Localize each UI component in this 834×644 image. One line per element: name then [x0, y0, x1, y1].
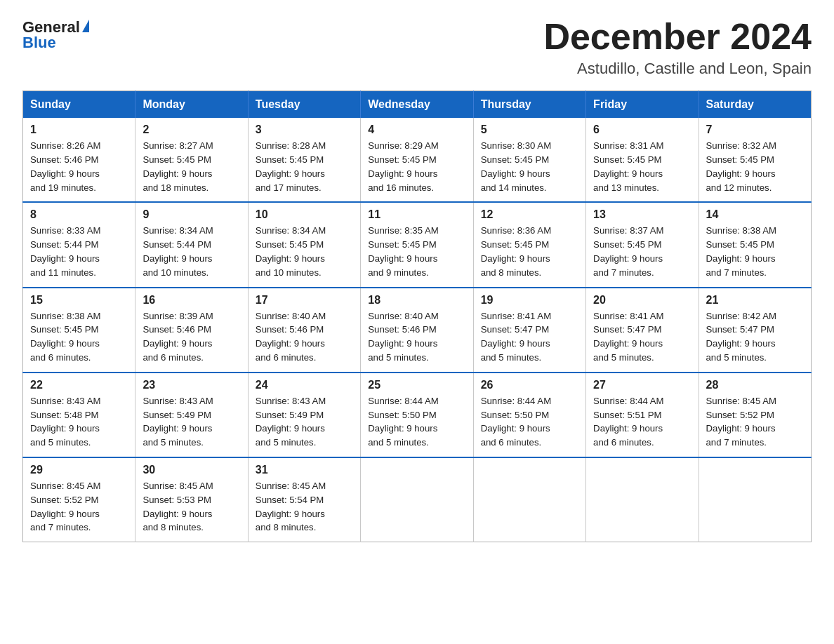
day-info: Sunrise: 8:27 AMSunset: 5:45 PMDaylight:…: [143, 139, 240, 194]
day-info: Sunrise: 8:40 AMSunset: 5:46 PMDaylight:…: [256, 309, 353, 365]
calendar-day-cell: 22Sunrise: 8:43 AMSunset: 5:48 PMDayligh…: [23, 373, 135, 457]
weekday-header-sunday: Sunday: [23, 91, 135, 119]
day-info: Sunrise: 8:37 AMSunset: 5:45 PMDaylight:…: [593, 224, 691, 279]
day-number: 8: [30, 208, 128, 221]
calendar-day-cell: 3Sunrise: 8:28 AMSunset: 5:45 PMDaylight…: [248, 118, 360, 202]
day-number: 2: [143, 123, 240, 136]
day-number: 23: [143, 379, 240, 391]
day-number: 17: [256, 294, 353, 307]
day-number: 20: [593, 294, 691, 307]
logo-triangle-icon: [82, 20, 89, 32]
day-number: 3: [256, 123, 353, 136]
day-info: Sunrise: 8:42 AMSunset: 5:47 PMDaylight:…: [706, 309, 804, 365]
calendar-day-cell: 16Sunrise: 8:39 AMSunset: 5:46 PMDayligh…: [135, 288, 248, 373]
calendar-day-cell: [699, 457, 811, 542]
calendar-week-row: 22Sunrise: 8:43 AMSunset: 5:48 PMDayligh…: [23, 373, 812, 457]
calendar-day-cell: 19Sunrise: 8:41 AMSunset: 5:47 PMDayligh…: [473, 288, 585, 373]
calendar-day-cell: 8Sunrise: 8:33 AMSunset: 5:44 PMDaylight…: [23, 202, 135, 287]
calendar-day-cell: 28Sunrise: 8:45 AMSunset: 5:52 PMDayligh…: [699, 373, 811, 457]
weekday-header-row: SundayMondayTuesdayWednesdayThursdayFrid…: [23, 91, 812, 119]
calendar-day-cell: 23Sunrise: 8:43 AMSunset: 5:49 PMDayligh…: [135, 373, 248, 457]
calendar-day-cell: 29Sunrise: 8:45 AMSunset: 5:52 PMDayligh…: [23, 457, 135, 542]
location-title: Astudillo, Castille and Leon, Spain: [543, 60, 812, 78]
day-number: 26: [481, 379, 578, 391]
calendar-week-row: 29Sunrise: 8:45 AMSunset: 5:52 PMDayligh…: [23, 457, 812, 542]
day-number: 1: [30, 123, 128, 136]
calendar-week-row: 15Sunrise: 8:38 AMSunset: 5:45 PMDayligh…: [23, 288, 812, 373]
calendar-day-cell: 20Sunrise: 8:41 AMSunset: 5:47 PMDayligh…: [586, 288, 699, 373]
day-info: Sunrise: 8:36 AMSunset: 5:45 PMDaylight:…: [481, 224, 578, 279]
day-info: Sunrise: 8:45 AMSunset: 5:53 PMDaylight:…: [143, 479, 240, 535]
month-title: December 2024: [543, 17, 812, 57]
day-number: 10: [256, 208, 353, 221]
calendar-day-cell: 27Sunrise: 8:44 AMSunset: 5:51 PMDayligh…: [586, 373, 699, 457]
day-info: Sunrise: 8:29 AMSunset: 5:45 PMDaylight:…: [368, 139, 465, 194]
day-number: 6: [593, 123, 691, 136]
calendar-day-cell: 7Sunrise: 8:32 AMSunset: 5:45 PMDaylight…: [699, 118, 811, 202]
weekday-header-wednesday: Wednesday: [361, 91, 473, 119]
day-info: Sunrise: 8:45 AMSunset: 5:54 PMDaylight:…: [256, 479, 353, 535]
calendar-day-cell: 17Sunrise: 8:40 AMSunset: 5:46 PMDayligh…: [248, 288, 360, 373]
calendar-day-cell: 14Sunrise: 8:38 AMSunset: 5:45 PMDayligh…: [699, 202, 811, 287]
day-info: Sunrise: 8:34 AMSunset: 5:44 PMDaylight:…: [143, 224, 240, 279]
day-info: Sunrise: 8:26 AMSunset: 5:46 PMDaylight:…: [30, 139, 128, 194]
weekday-header-thursday: Thursday: [473, 91, 585, 119]
day-info: Sunrise: 8:33 AMSunset: 5:44 PMDaylight:…: [30, 224, 128, 279]
calendar-day-cell: 25Sunrise: 8:44 AMSunset: 5:50 PMDayligh…: [361, 373, 473, 457]
day-info: Sunrise: 8:40 AMSunset: 5:46 PMDaylight:…: [368, 309, 465, 365]
weekday-header-monday: Monday: [135, 91, 248, 119]
calendar-day-cell: 5Sunrise: 8:30 AMSunset: 5:45 PMDaylight…: [473, 118, 585, 202]
day-info: Sunrise: 8:39 AMSunset: 5:46 PMDaylight:…: [143, 309, 240, 365]
day-info: Sunrise: 8:44 AMSunset: 5:50 PMDaylight:…: [368, 394, 465, 450]
calendar-day-cell: [361, 457, 473, 542]
day-number: 28: [706, 379, 804, 391]
day-number: 19: [481, 294, 578, 307]
day-number: 15: [30, 294, 128, 307]
calendar-week-row: 1Sunrise: 8:26 AMSunset: 5:46 PMDaylight…: [23, 118, 812, 202]
calendar-day-cell: 10Sunrise: 8:34 AMSunset: 5:45 PMDayligh…: [248, 202, 360, 287]
day-info: Sunrise: 8:35 AMSunset: 5:45 PMDaylight:…: [368, 224, 465, 279]
logo-blue-text: Blue: [22, 35, 56, 51]
day-info: Sunrise: 8:43 AMSunset: 5:48 PMDaylight:…: [30, 394, 128, 450]
calendar-table: SundayMondayTuesdayWednesdayThursdayFrid…: [22, 90, 812, 542]
day-number: 27: [593, 379, 691, 391]
calendar-day-cell: 1Sunrise: 8:26 AMSunset: 5:46 PMDaylight…: [23, 118, 135, 202]
calendar-day-cell: 21Sunrise: 8:42 AMSunset: 5:47 PMDayligh…: [699, 288, 811, 373]
calendar-day-cell: 9Sunrise: 8:34 AMSunset: 5:44 PMDaylight…: [135, 202, 248, 287]
day-info: Sunrise: 8:43 AMSunset: 5:49 PMDaylight:…: [256, 394, 353, 450]
calendar-day-cell: 18Sunrise: 8:40 AMSunset: 5:46 PMDayligh…: [361, 288, 473, 373]
day-info: Sunrise: 8:38 AMSunset: 5:45 PMDaylight:…: [706, 224, 804, 279]
day-number: 4: [368, 123, 465, 136]
day-number: 21: [706, 294, 804, 307]
logo: General Blue: [22, 20, 89, 51]
day-info: Sunrise: 8:38 AMSunset: 5:45 PMDaylight:…: [30, 309, 128, 365]
weekday-header-friday: Friday: [586, 91, 699, 119]
day-number: 29: [30, 464, 128, 476]
calendar-day-cell: [473, 457, 585, 542]
calendar-day-cell: 24Sunrise: 8:43 AMSunset: 5:49 PMDayligh…: [248, 373, 360, 457]
day-number: 11: [368, 208, 465, 221]
day-number: 30: [143, 464, 240, 476]
day-number: 5: [481, 123, 578, 136]
day-number: 16: [143, 294, 240, 307]
calendar-day-cell: 11Sunrise: 8:35 AMSunset: 5:45 PMDayligh…: [361, 202, 473, 287]
day-number: 22: [30, 379, 128, 391]
day-info: Sunrise: 8:32 AMSunset: 5:45 PMDaylight:…: [706, 139, 804, 194]
calendar-week-row: 8Sunrise: 8:33 AMSunset: 5:44 PMDaylight…: [23, 202, 812, 287]
day-info: Sunrise: 8:41 AMSunset: 5:47 PMDaylight:…: [593, 309, 691, 365]
day-info: Sunrise: 8:41 AMSunset: 5:47 PMDaylight:…: [481, 309, 578, 365]
day-info: Sunrise: 8:43 AMSunset: 5:49 PMDaylight:…: [143, 394, 240, 450]
calendar-day-cell: 26Sunrise: 8:44 AMSunset: 5:50 PMDayligh…: [473, 373, 585, 457]
day-number: 31: [256, 464, 353, 476]
day-number: 9: [143, 208, 240, 221]
day-info: Sunrise: 8:28 AMSunset: 5:45 PMDaylight:…: [256, 139, 353, 194]
calendar-day-cell: 2Sunrise: 8:27 AMSunset: 5:45 PMDaylight…: [135, 118, 248, 202]
calendar-day-cell: 30Sunrise: 8:45 AMSunset: 5:53 PMDayligh…: [135, 457, 248, 542]
calendar-day-cell: 12Sunrise: 8:36 AMSunset: 5:45 PMDayligh…: [473, 202, 585, 287]
weekday-header-saturday: Saturday: [699, 91, 811, 119]
title-block: December 2024 Astudillo, Castille and Le…: [543, 17, 812, 78]
day-info: Sunrise: 8:34 AMSunset: 5:45 PMDaylight:…: [256, 224, 353, 279]
day-number: 7: [706, 123, 804, 136]
day-number: 18: [368, 294, 465, 307]
calendar-day-cell: 31Sunrise: 8:45 AMSunset: 5:54 PMDayligh…: [248, 457, 360, 542]
